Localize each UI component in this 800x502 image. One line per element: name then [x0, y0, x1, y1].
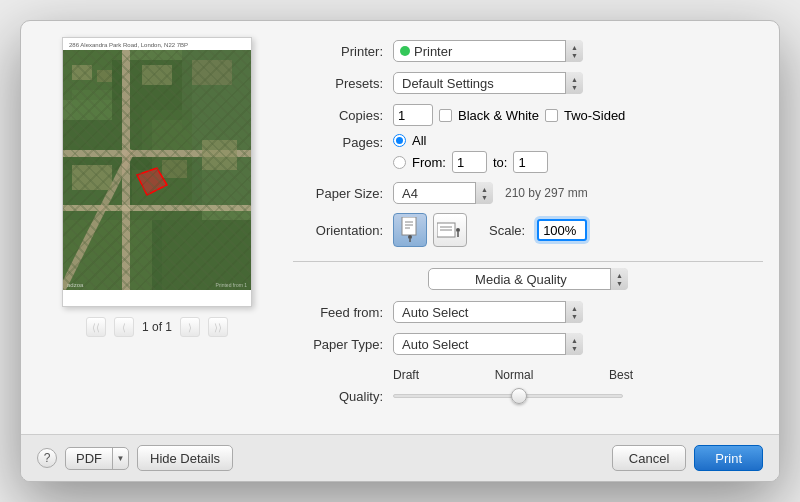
copies-input[interactable]: [393, 104, 433, 126]
feedfrom-value: Auto Select: [402, 305, 469, 320]
quality-normal-label: Normal: [495, 368, 534, 382]
svg-rect-10: [63, 210, 162, 290]
pages-to-input[interactable]: [513, 151, 548, 173]
pdf-arrow-icon: ▼: [117, 454, 125, 463]
svg-rect-17: [97, 70, 112, 82]
quality-slider-track: [393, 394, 623, 398]
landscape-button[interactable]: [433, 213, 467, 247]
feedfrom-row: Feed from: Auto Select ▲ ▼: [293, 300, 763, 324]
quality-section: Draft Normal Best Quality:: [293, 368, 763, 406]
pdf-main-button[interactable]: PDF: [66, 448, 112, 469]
svg-rect-8: [122, 150, 202, 220]
settings-panel: Printer: Printer ▲ ▼: [293, 37, 763, 418]
svg-line-15: [63, 150, 132, 290]
section-divider: [293, 261, 763, 262]
copies-label: Copies:: [293, 108, 393, 123]
quality-slider-container: [393, 386, 623, 406]
svg-rect-2: [112, 60, 192, 120]
quality-label: Quality:: [293, 389, 393, 404]
printer-row: Printer: Printer ▲ ▼: [293, 39, 763, 63]
papersize-label: Paper Size:: [293, 186, 393, 201]
papersize-select-wrapper: A4 ▲ ▼: [393, 182, 493, 204]
svg-rect-1: [63, 50, 122, 100]
quality-best-label: Best: [609, 368, 633, 382]
pages-all-radio[interactable]: [393, 134, 406, 147]
pages-all-label: All: [412, 133, 426, 148]
svg-rect-9: [192, 130, 251, 210]
papersize-value: A4: [402, 186, 418, 201]
map-footer-right: Printed from 1: [216, 282, 247, 288]
help-button[interactable]: ?: [37, 448, 57, 468]
quality-draft-label: Draft: [393, 368, 419, 382]
papertype-select-wrapper: Auto Select ▲ ▼: [393, 333, 583, 355]
page-navigation: ⟨⟨ ⟨ 1 of 1 ⟩ ⟩⟩: [86, 317, 228, 337]
first-page-button[interactable]: ⟨⟨: [86, 317, 106, 337]
page-preview: 286 Alexandra Park Road, London, N22 7BP: [62, 37, 252, 307]
presets-value: Default Settings: [402, 76, 494, 91]
svg-rect-4: [72, 90, 112, 130]
svg-rect-7: [63, 160, 132, 220]
printer-value: Printer: [414, 44, 452, 59]
svg-rect-19: [192, 60, 232, 85]
map-logo: adzoa: [67, 282, 83, 288]
printer-status-dot: [400, 46, 410, 56]
feedfrom-select-wrapper: Auto Select ▲ ▼: [393, 301, 583, 323]
presets-row: Presets: Default Settings ▲ ▼: [293, 71, 763, 95]
printer-select-wrapper: Printer ▲ ▼: [393, 40, 583, 62]
prev-page-button[interactable]: ⟨: [114, 317, 134, 337]
section-select-wrapper: Media & Quality ▲ ▼: [428, 268, 628, 290]
next-page-button[interactable]: ⟩: [180, 317, 200, 337]
section-dropdown-value: Media & Quality: [475, 272, 567, 287]
feedfrom-label: Feed from:: [293, 305, 393, 320]
print-dialog: 286 Alexandra Park Road, London, N22 7BP: [20, 20, 780, 482]
cancel-button[interactable]: Cancel: [612, 445, 686, 471]
last-page-button[interactable]: ⟩⟩: [208, 317, 228, 337]
papertype-value: Auto Select: [402, 337, 469, 352]
scale-label: Scale:: [489, 223, 525, 238]
blackwhite-checkbox[interactable]: [439, 109, 452, 122]
pages-label: Pages:: [293, 133, 393, 150]
orientation-row: Orientation:: [293, 213, 763, 247]
svg-rect-3: [182, 50, 251, 130]
svg-rect-24: [402, 217, 416, 235]
svg-rect-12: [122, 50, 130, 290]
pages-to-label: to:: [493, 155, 507, 170]
help-label: ?: [44, 451, 51, 465]
preview-address: 286 Alexandra Park Road, London, N22 7BP: [63, 38, 251, 50]
quality-slider-thumb[interactable]: [511, 388, 527, 404]
bottom-bar: ? PDF ▼ Hide Details Cancel Print: [21, 434, 779, 481]
orientation-label: Orientation:: [293, 223, 393, 238]
print-button[interactable]: Print: [694, 445, 763, 471]
svg-rect-16: [72, 65, 92, 80]
twosided-checkbox[interactable]: [545, 109, 558, 122]
papertype-label: Paper Type:: [293, 337, 393, 352]
svg-rect-11: [152, 220, 251, 290]
printer-label: Printer:: [293, 44, 393, 59]
svg-rect-0: [63, 50, 251, 290]
blackwhite-label: Black & White: [458, 108, 539, 123]
twosided-label: Two-Sided: [564, 108, 625, 123]
pdf-button-group: PDF ▼: [65, 447, 129, 470]
svg-rect-5: [63, 120, 152, 170]
copies-row: Copies: Black & White Two-Sided: [293, 103, 763, 127]
scale-input[interactable]: [537, 219, 587, 241]
presets-label: Presets:: [293, 76, 393, 91]
svg-point-33: [456, 228, 460, 232]
svg-rect-13: [63, 150, 251, 157]
quality-slider-row: Quality:: [293, 386, 763, 406]
svg-point-28: [408, 235, 412, 239]
map-preview: adzoa Printed from 1: [63, 50, 251, 290]
presets-select-wrapper: Default Settings ▲ ▼: [393, 72, 583, 94]
page-info: 1 of 1: [142, 320, 172, 334]
hide-details-button[interactable]: Hide Details: [137, 445, 233, 471]
portrait-button[interactable]: [393, 213, 427, 247]
svg-rect-14: [63, 205, 251, 211]
pages-from-radio[interactable]: [393, 156, 406, 169]
pages-from-label: From:: [412, 155, 446, 170]
svg-rect-22: [202, 140, 237, 170]
section-dropdown-row: Media & Quality ▲ ▼: [293, 268, 763, 290]
papersize-row: Paper Size: A4 ▲ ▼ 210 by 297 mm: [293, 181, 763, 205]
pdf-arrow-button[interactable]: ▼: [112, 448, 128, 469]
papersize-dimensions: 210 by 297 mm: [505, 186, 588, 200]
pages-from-input[interactable]: [452, 151, 487, 173]
